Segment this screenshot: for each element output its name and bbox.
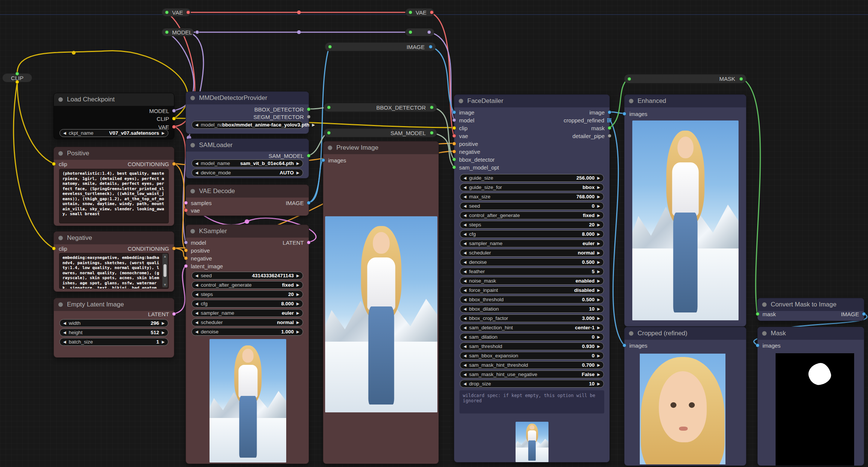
increment-arrow-icon[interactable]: ▶ xyxy=(597,382,600,386)
image-port-dot[interactable] xyxy=(623,112,626,116)
node-header[interactable]: Load Checkpoint xyxy=(54,93,174,106)
widget-row[interactable]: ◀ bbox_crop_factor 3.000 ▶ xyxy=(460,314,604,322)
port-images-input[interactable]: images xyxy=(623,110,647,117)
collapse-dot[interactable] xyxy=(190,96,195,100)
widget-row[interactable]: ◀ noise_mask enabled ▶ xyxy=(460,277,604,285)
port-latent-image-input[interactable]: latent_image xyxy=(184,262,223,270)
port-model-input[interactable]: model xyxy=(452,116,474,124)
increment-arrow-icon[interactable]: ▶ xyxy=(597,335,600,339)
decrement-arrow-icon[interactable]: ◀ xyxy=(464,316,467,320)
reroute-input-port[interactable] xyxy=(328,45,332,49)
collapse-dot[interactable] xyxy=(58,302,63,307)
increment-arrow-icon[interactable]: ▶ xyxy=(296,292,299,296)
decrement-arrow-icon[interactable]: ◀ xyxy=(464,297,467,302)
widget-row[interactable]: ◀ max_size 768.000 ▶ xyxy=(460,193,604,201)
decrement-arrow-icon[interactable]: ◀ xyxy=(195,302,198,306)
node-header[interactable]: VAE Decode xyxy=(186,185,309,198)
decrement-arrow-icon[interactable]: ◀ xyxy=(464,269,467,274)
decrement-arrow-icon[interactable]: ◀ xyxy=(464,260,467,264)
increment-arrow-icon[interactable]: ▶ xyxy=(296,274,299,278)
decrement-arrow-icon[interactable]: ◀ xyxy=(464,232,467,236)
widget-row[interactable]: ◀ steps 20 ▶ xyxy=(192,290,303,298)
widget-row[interactable]: ◀ bbox_threshold 0.500 ▶ xyxy=(460,296,604,303)
reroute-input-port[interactable] xyxy=(165,10,169,14)
increment-arrow-icon[interactable]: ▶ xyxy=(296,161,299,165)
widget-row[interactable]: ◀ denoise 1.000 ▶ xyxy=(192,328,303,336)
increment-arrow-icon[interactable]: ▶ xyxy=(597,260,600,264)
decrement-arrow-icon[interactable]: ◀ xyxy=(464,204,467,208)
collapse-dot[interactable] xyxy=(762,331,767,336)
reroute-vae-right[interactable]: VAE xyxy=(405,8,434,16)
increment-arrow-icon[interactable]: ▶ xyxy=(597,372,600,376)
node-face-detailer[interactable]: FaceDetailer image model clip vae positi… xyxy=(454,94,610,463)
widget-row[interactable]: ◀ sam_detection_hint center-1 ▶ xyxy=(460,324,604,332)
scrollbar-thumb[interactable] xyxy=(163,264,166,277)
reroute-model-left[interactable]: MODEL xyxy=(162,28,194,36)
decrement-arrow-icon[interactable]: ◀ xyxy=(195,274,198,278)
widget-row[interactable]: ◀ force_inpaint disabled ▶ xyxy=(460,286,604,294)
increment-arrow-icon[interactable]: ▶ xyxy=(597,288,600,292)
image-port-dot[interactable] xyxy=(756,344,760,347)
increment-arrow-icon[interactable]: ▶ xyxy=(597,269,600,274)
widget-row[interactable]: ◀ sam_mask_hint_use_negative False ▶ xyxy=(460,370,604,378)
latent-port-dot[interactable] xyxy=(172,312,176,316)
reroute-model-right[interactable] xyxy=(405,28,434,36)
widget-row[interactable]: ◀ model_name bbox/mmdet_anime-face_yolov… xyxy=(192,121,303,129)
decrement-arrow-icon[interactable]: ◀ xyxy=(464,195,467,199)
node-header[interactable]: KSampler xyxy=(186,225,309,238)
collapse-dot[interactable] xyxy=(58,97,63,102)
decrement-arrow-icon[interactable]: ◀ xyxy=(464,223,467,227)
widget-row[interactable]: ◀ seed 0 ▶ xyxy=(460,202,604,210)
decrement-arrow-icon[interactable]: ◀ xyxy=(464,372,467,376)
increment-arrow-icon[interactable]: ▶ xyxy=(597,223,600,227)
port-negative-input[interactable]: negative xyxy=(452,148,480,155)
widget-row[interactable]: ◀ drop_size 10 ▶ xyxy=(460,380,604,388)
node-header[interactable]: Mask xyxy=(758,327,864,340)
increment-arrow-icon[interactable]: ▶ xyxy=(597,279,600,283)
port-image-output[interactable]: IMAGE xyxy=(841,310,866,318)
decrement-arrow-icon[interactable]: ◀ xyxy=(63,321,66,325)
increment-arrow-icon[interactable]: ▶ xyxy=(597,297,600,302)
widget-row[interactable]: ◀ bbox_dilation 10 ▶ xyxy=(460,305,604,313)
conditioning-port-dot[interactable] xyxy=(172,247,176,250)
collapse-dot[interactable] xyxy=(762,302,767,307)
port-latent-output[interactable]: LATENT xyxy=(148,310,176,318)
image-port-dot[interactable] xyxy=(608,110,611,114)
collapse-dot[interactable] xyxy=(629,331,633,336)
increment-arrow-icon[interactable]: ▶ xyxy=(597,176,600,180)
model-port-dot[interactable] xyxy=(172,109,176,113)
image-port-dot[interactable] xyxy=(623,344,626,347)
node-header[interactable]: Cropped (refined) xyxy=(624,327,746,340)
mask-port-dot[interactable] xyxy=(756,312,760,316)
port-image-input[interactable]: image xyxy=(452,109,474,116)
port-positive-input[interactable]: positive xyxy=(184,247,210,254)
bbox-detector-port-dot[interactable] xyxy=(452,158,456,161)
increment-arrow-icon[interactable]: ▶ xyxy=(312,123,315,127)
widget-row[interactable]: ◀ denoise 0.500 ▶ xyxy=(460,258,604,266)
image-port-dot[interactable] xyxy=(307,201,311,205)
image-port-dot[interactable] xyxy=(321,158,325,162)
widget-row[interactable]: ◀ guide_size 256.000 ▶ xyxy=(460,174,604,182)
port-clip-input[interactable]: clip xyxy=(52,245,67,252)
node-mask-preview[interactable]: Mask images xyxy=(757,327,864,466)
port-conditioning-output[interactable]: CONDITIONING xyxy=(128,245,176,252)
node-positive-prompt[interactable]: Positive clip CONDITIONING (photorealist… xyxy=(54,147,174,226)
decrement-arrow-icon[interactable]: ◀ xyxy=(195,161,198,165)
widget-row[interactable]: ◀ model_name sam_vit_b_01ec64.pth ▶ xyxy=(192,159,303,167)
decrement-arrow-icon[interactable]: ◀ xyxy=(195,330,198,334)
widget-row[interactable]: ◀ control_after_generate fixed ▶ xyxy=(460,211,604,219)
increment-arrow-icon[interactable]: ▶ xyxy=(597,241,600,245)
model-port-dot[interactable] xyxy=(452,118,456,122)
increment-arrow-icon[interactable]: ▶ xyxy=(162,340,165,344)
decrement-arrow-icon[interactable]: ◀ xyxy=(195,320,198,324)
increment-arrow-icon[interactable]: ▶ xyxy=(162,321,165,325)
collapse-dot[interactable] xyxy=(58,151,63,156)
widget-row[interactable]: ◀ cfg 8.000 ▶ xyxy=(460,230,604,238)
increment-arrow-icon[interactable]: ▶ xyxy=(296,320,299,324)
reroute-input-port[interactable] xyxy=(409,30,412,34)
decrement-arrow-icon[interactable]: ◀ xyxy=(464,326,467,330)
port-positive-input[interactable]: positive xyxy=(452,140,478,147)
decrement-arrow-icon[interactable]: ◀ xyxy=(464,251,467,255)
port-image-output[interactable]: image xyxy=(589,109,611,116)
reroute-output-port[interactable] xyxy=(427,30,431,34)
